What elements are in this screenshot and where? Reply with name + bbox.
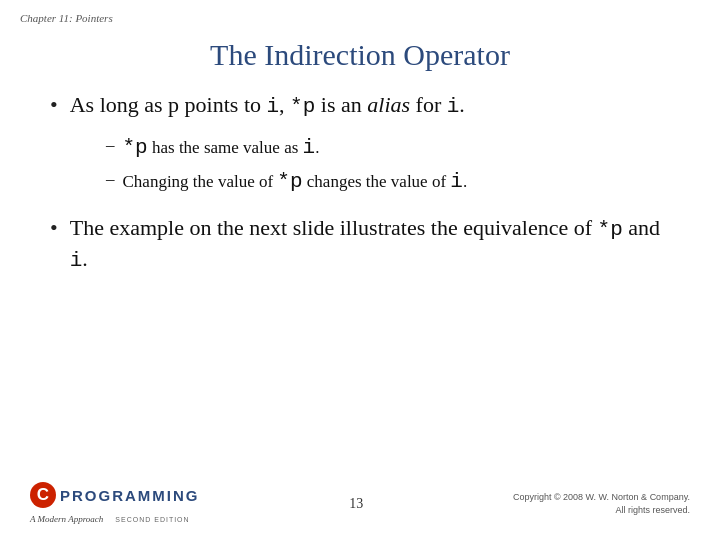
logo-modern-approach: A Modern Approach xyxy=(30,514,103,524)
logo-edition-text: SECOND EDITION xyxy=(115,516,189,523)
bullet-2: • The example on the next slide illustra… xyxy=(50,213,670,276)
code-i-sub1: i xyxy=(303,136,316,159)
alias-text: alias xyxy=(367,92,410,117)
slide-title-text: The Indirection Operator xyxy=(210,38,510,71)
logo-programming-text: PROGRAMMING xyxy=(60,487,200,504)
code-i-b2: i xyxy=(70,249,83,272)
sub-dash-2: – xyxy=(106,165,115,192)
logo-row: C PROGRAMMING xyxy=(30,482,200,508)
sub-bullets: – *p has the same value as i. – Changing… xyxy=(106,131,670,198)
as-text: as xyxy=(144,92,162,117)
copyright-line1: Copyright © 2008 W. W. Norton & Company. xyxy=(513,491,690,505)
code-i-1: i xyxy=(267,95,280,118)
sub-bullet-1-text: *p has the same value as i. xyxy=(123,131,320,165)
logo-modern-text: A Modern Approach SECOND EDITION xyxy=(30,508,190,526)
copyright-line2: All rights reserved. xyxy=(513,504,690,518)
code-i-sub2: i xyxy=(450,170,463,193)
sub-bullet-1: – *p has the same value as i. xyxy=(106,131,670,165)
bullet-dot-1: • xyxy=(50,92,58,118)
logo-area: C PROGRAMMING A Modern Approach SECOND E… xyxy=(30,482,200,526)
chapter-label-text: Chapter 11: Pointers xyxy=(20,12,113,24)
sub-dash-1: – xyxy=(106,131,115,158)
code-star-p-1: *p xyxy=(290,95,315,118)
page-number: 13 xyxy=(349,496,363,512)
points-to-text: points to xyxy=(185,92,261,117)
footer: C PROGRAMMING A Modern Approach SECOND E… xyxy=(0,482,720,526)
chapter-label: Chapter 11: Pointers xyxy=(20,12,113,24)
sub-bullet-2: – Changing the value of *p changes the v… xyxy=(106,165,670,199)
code-star-p-sub1: *p xyxy=(123,136,148,159)
code-star-p-b2: *p xyxy=(598,218,623,241)
slide-content: • As long as p points to i, *p is an ali… xyxy=(0,90,720,275)
bullet-2-text: The example on the next slide illustrate… xyxy=(70,213,670,276)
code-i-2: i xyxy=(447,95,460,118)
bullet-1: • As long as p points to i, *p is an ali… xyxy=(50,90,670,121)
copyright: Copyright © 2008 W. W. Norton & Company.… xyxy=(513,491,690,518)
sub-bullet-2-text: Changing the value of *p changes the val… xyxy=(123,165,468,199)
bullet-dot-2: • xyxy=(50,215,58,241)
code-star-p-sub2: *p xyxy=(277,170,302,193)
bullet-1-text: As long as p points to i, *p is an alias… xyxy=(70,90,465,121)
slide: Chapter 11: Pointers The Indirection Ope… xyxy=(0,0,720,540)
logo-c-circle: C xyxy=(30,482,56,508)
